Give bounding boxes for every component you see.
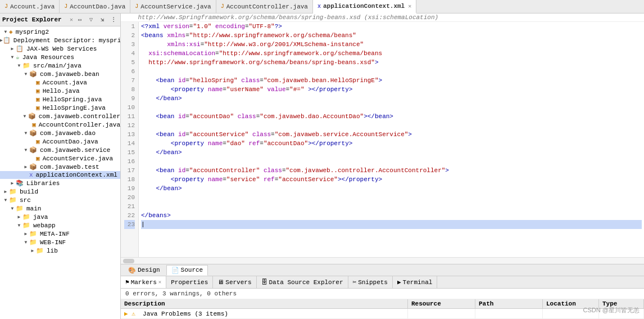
code-icon: 📄 (171, 267, 179, 274)
folder-icon: 📁 (16, 205, 24, 212)
code-line-22: </beans> (141, 211, 642, 220)
tree-item-java-resources[interactable]: ▼ ☕ Java Resources (0, 53, 120, 61)
tab-data-source-explorer[interactable]: 🗄 Data Source Explorer (257, 276, 348, 288)
tree-item-hellospring-java[interactable]: ▣ HelloSpring.java (0, 95, 120, 104)
xml-editor[interactable]: 1 2 3 4 5 6 7 8 9 10 11 12 13 14 15 16 1… (121, 22, 644, 257)
project-tree: ▼ ◈ myspring2 ▶ 📋 Deployment Descriptor:… (0, 26, 120, 319)
tree-item-accountdao-java[interactable]: ▣ AccountDao.java (0, 137, 120, 146)
expand-arrow: ▶ (9, 46, 16, 51)
tree-item-java[interactable]: ▶ 📁 java (0, 213, 120, 221)
tab-terminal[interactable]: ▶ Terminal (393, 276, 437, 288)
tree-item-libraries[interactable]: ▶ 📚 Libraries (0, 179, 120, 187)
tab-source[interactable]: 📄 Source (166, 265, 208, 276)
tree-item-meta-inf[interactable]: ▶ 📁 META-INF (0, 230, 120, 238)
tree-item-hello-java[interactable]: ▣ Hello.java (0, 87, 120, 95)
tree-item-build[interactable]: ▶ 📁 build (0, 187, 120, 196)
code-text[interactable]: <?xml version="1.0" encoding="UTF-8"?> <… (139, 22, 644, 257)
tree-item-jax-ws[interactable]: ▶ 📋 JAX-WS Web Services (0, 44, 120, 53)
tree-label: src/main/java (33, 62, 81, 69)
tab-applicationcontext-xml[interactable]: x applicationContext.xml ✕ (313, 0, 416, 14)
tree-item-pkg-controller[interactable]: ▼ 📦 com.javaweb.controller (0, 112, 120, 120)
datasource-icon: 🗄 (261, 278, 267, 286)
tree-item-pkg-dao[interactable]: ▼ 📦 com.javaweb.dao (0, 129, 120, 137)
tab-accountcontroller-java[interactable]: J AccountController.java (216, 0, 313, 13)
expand-arrow: ▶ (9, 181, 16, 186)
servers-icon: 🖥 (217, 278, 224, 286)
close-icon[interactable]: ✕ (158, 279, 161, 285)
problem-resource (408, 309, 475, 319)
tab-design[interactable]: 🎨 Design (123, 265, 165, 276)
tree-item-pkg-bean[interactable]: ▼ 📦 com.javaweb.bean (0, 70, 120, 78)
java-icon: J (64, 3, 67, 10)
tree-item-web-inf[interactable]: ▼ 📁 WEB-INF (0, 238, 120, 246)
tree-item-lib[interactable]: ▶ 📁 lib (0, 246, 120, 255)
servers-label: Servers (225, 279, 251, 286)
folder-icon: 📁 (22, 222, 30, 229)
tree-item-webapp[interactable]: ▼ 📁 webapp (0, 221, 120, 230)
tree-item-accountcontroller-java[interactable]: ▣ AccountController.java (0, 120, 120, 129)
tree-label: com.javaweb.bean (40, 71, 99, 78)
tab-label: AccountController.java (226, 3, 308, 10)
folder-icon: 📁 (29, 239, 37, 246)
tree-label: Hello.java (43, 88, 80, 95)
libraries-icon: 📚 (16, 179, 24, 187)
tab-servers[interactable]: 🖥 Servers (213, 276, 256, 288)
code-editor-panel: http://www.Springframework.org/schema/be… (121, 14, 644, 319)
tree-item-pkg-test[interactable]: ▶ 📦 com.javaweb.test (0, 163, 120, 171)
tab-properties[interactable]: Properties (166, 276, 213, 288)
design-label: Design (138, 267, 160, 273)
code-line-1: <?xml version="1.0" encoding="UTF-8"?> (141, 22, 642, 31)
folder-icon: 📁 (9, 188, 17, 195)
tree-label: Deployment Descriptor: myspring2 (13, 37, 120, 44)
tree-item-appcontext-xml[interactable]: x applicationContext.xml (0, 171, 120, 179)
tab-snippets[interactable]: ✂ Snippets (348, 276, 393, 288)
tree-item-myspring2[interactable]: ▼ ◈ myspring2 (0, 28, 120, 36)
expand-arrow: ▼ (21, 114, 28, 119)
design-source-bar: 🎨 Design 📄 Source (121, 264, 644, 276)
code-line-6 (141, 67, 642, 76)
expand-arrow: ▼ (16, 63, 22, 68)
tab-account-java[interactable]: J Account.java (0, 0, 60, 13)
tree-item-src-main-java[interactable]: ▼ 📁 src/main/java (0, 61, 120, 70)
collapse-icon[interactable]: ⇲ (98, 15, 107, 24)
tree-item-main[interactable]: ▼ 📁 main (0, 204, 120, 213)
tree-item-pkg-service[interactable]: ▼ 📦 com.javaweb.service (0, 146, 120, 154)
tree-label: com.javaweb.controller (39, 113, 120, 120)
tab-accountdao-java[interactable]: J AccountDao.java (60, 0, 130, 13)
expand-arrow: ▼ (9, 206, 16, 211)
package-icon: 📦 (29, 146, 37, 154)
tab-accountservice-java[interactable]: J AccountService.java (130, 0, 216, 13)
horizontal-scrollbar[interactable] (121, 257, 644, 264)
folder-icon: 📁 (9, 196, 17, 204)
code-line-11: <bean id="accountDao" class="com.javaweb… (141, 112, 642, 121)
expand-arrow: ▼ (2, 29, 9, 34)
filter-icon[interactable]: ▽ (87, 15, 96, 24)
tab-markers[interactable]: ⚑ Markers ✕ (121, 276, 166, 288)
tree-item-src[interactable]: ▼ 📁 src (0, 196, 120, 204)
tree-item-deployment[interactable]: ▶ 📋 Deployment Descriptor: myspring2 (0, 36, 120, 44)
menu-icon[interactable]: ⋮ (109, 15, 118, 24)
tree-label: java (33, 214, 48, 221)
bottom-panel: ⚑ Markers ✕ Properties 🖥 Servers 🗄 Data … (121, 276, 644, 319)
expand-arrow: ▼ (22, 240, 29, 245)
source-label: Source (181, 267, 203, 273)
scroll-thumb (123, 259, 134, 263)
minimize-icon[interactable]: ▭ (75, 15, 84, 24)
tree-item-accountservice-java[interactable]: ▣ AccountService.java (0, 154, 120, 163)
tree-label: myspring2 (16, 29, 49, 35)
java-icon: J (4, 3, 8, 10)
expand-arrow: ▶ (22, 164, 29, 169)
tab-label: AccountDao.java (70, 3, 125, 10)
markers-label: Markers (131, 279, 157, 286)
close-icon[interactable]: ✕ (408, 3, 411, 10)
tree-item-account-java[interactable]: ▣ Account.java (0, 78, 120, 87)
tree-item-hellospringE-java[interactable]: ▣ HelloSpringE.java (0, 104, 120, 112)
tab-label: AccountService.java (140, 3, 211, 10)
expand-arrow: ▶ (2, 189, 9, 194)
code-line-19: </bean> (141, 184, 642, 193)
code-line-16 (141, 157, 642, 166)
tree-label: HelloSpring.java (43, 96, 102, 103)
tree-label: com.javaweb.test (40, 164, 99, 170)
close-icon[interactable]: ✕ (70, 16, 73, 23)
expand-arrow: ▼ (22, 71, 29, 77)
